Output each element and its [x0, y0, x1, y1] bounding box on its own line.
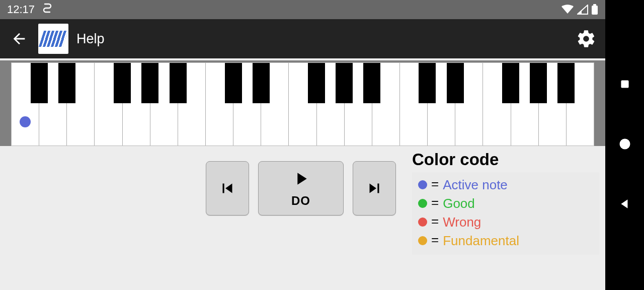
svg-point-3	[619, 139, 630, 150]
wifi-icon	[561, 5, 574, 15]
black-key[interactable]	[225, 63, 242, 103]
playback-controls: DO	[206, 161, 396, 215]
play-button[interactable]: DO	[258, 161, 344, 215]
piano-container	[0, 60, 605, 146]
legend-title: Color code	[412, 150, 599, 169]
black-key[interactable]	[141, 63, 158, 103]
color-code-legend: Color code =Active note=Good=Wrong=Funda…	[412, 150, 599, 255]
black-key[interactable]	[557, 63, 575, 103]
legend-row: =Active note	[418, 175, 593, 194]
black-key[interactable]	[502, 63, 519, 103]
back-button[interactable]	[7, 27, 31, 51]
active-note-dot	[20, 116, 31, 127]
black-key[interactable]	[114, 63, 131, 103]
black-key[interactable]	[308, 63, 325, 103]
legend-dot-icon	[418, 218, 427, 227]
app-bar: Help	[0, 19, 605, 58]
settings-button[interactable]	[574, 27, 598, 51]
black-key[interactable]	[58, 63, 75, 103]
legend-row: =Good	[418, 194, 593, 212]
black-key[interactable]	[530, 63, 547, 103]
legend-equals: =	[431, 176, 439, 193]
legend-equals: =	[431, 213, 439, 231]
system-navbar	[605, 0, 644, 290]
black-key[interactable]	[253, 63, 270, 103]
black-key[interactable]	[447, 63, 464, 103]
legend-dot-icon	[418, 180, 427, 189]
black-key[interactable]	[31, 63, 48, 103]
legend-equals: =	[431, 194, 439, 212]
legend-label: Active note	[443, 177, 508, 193]
black-key[interactable]	[363, 63, 380, 103]
legend-row: =Fundamental	[418, 231, 593, 250]
legend-dot-icon	[418, 236, 427, 245]
status-time: 12:17	[7, 3, 35, 16]
legend-label: Fundamental	[443, 233, 519, 249]
legend-dot-icon	[418, 199, 427, 208]
svg-rect-1	[593, 4, 596, 6]
piano-keyboard	[11, 62, 594, 146]
cell-signal-icon	[577, 5, 588, 15]
svg-rect-0	[592, 6, 598, 15]
nav-home-button[interactable]	[618, 137, 632, 153]
status-app-icon	[43, 3, 52, 16]
legend-row: =Wrong	[418, 212, 593, 231]
previous-button[interactable]	[206, 161, 249, 215]
nav-recent-button[interactable]	[618, 78, 631, 93]
page-title: Help	[76, 31, 105, 47]
svg-rect-2	[621, 80, 628, 88]
legend-label: Wrong	[443, 214, 481, 230]
black-key[interactable]	[336, 63, 353, 103]
nav-back-button[interactable]	[618, 197, 631, 212]
content-area: DO Color code =Active note=Good=Wrong=Fu…	[0, 146, 605, 290]
status-bar: 12:17	[0, 0, 605, 19]
current-note-label: DO	[291, 194, 310, 208]
legend-label: Good	[443, 195, 475, 211]
battery-icon	[591, 4, 598, 15]
next-button[interactable]	[353, 161, 396, 215]
black-key[interactable]	[170, 63, 187, 103]
black-key[interactable]	[419, 63, 436, 103]
legend-equals: =	[431, 232, 439, 249]
app-logo	[38, 24, 68, 54]
